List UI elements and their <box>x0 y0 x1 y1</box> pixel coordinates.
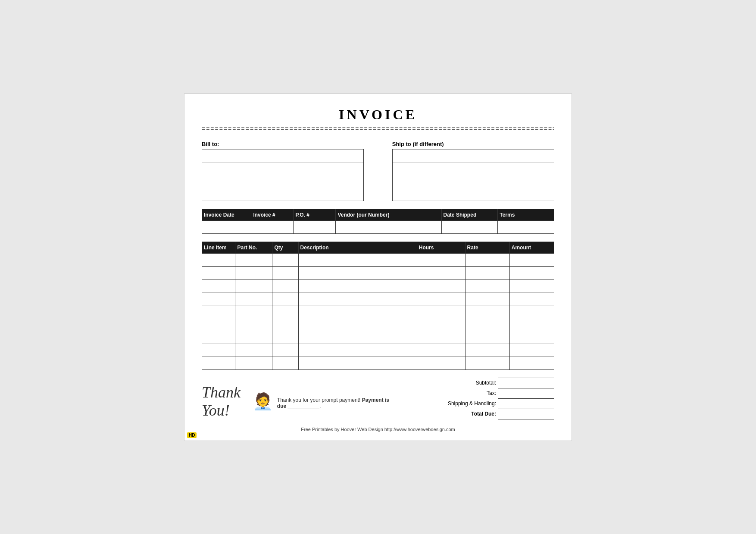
ship-to-block: Ship to (if different) <box>392 141 554 201</box>
tax-row: Tax: <box>434 388 554 398</box>
bill-to-label: Bill to: <box>202 141 364 147</box>
line-item-row <box>202 292 554 305</box>
col-part-no-header: Part No. <box>235 242 272 253</box>
line-items-table: Line Item Part No. Qty Description Hours… <box>202 242 554 370</box>
invoice-title: INVOICE <box>202 107 554 123</box>
table-row <box>392 162 554 175</box>
hd-badge: HD <box>187 432 197 438</box>
ship-to-label: Ship to (if different) <box>392 141 554 147</box>
shipping-label: Shipping & Handling: <box>434 398 498 409</box>
table-row <box>392 149 554 162</box>
info-header-row: Invoice Date Invoice # P.O. # Vendor (ou… <box>202 209 554 220</box>
line-item-row <box>202 318 554 331</box>
table-row <box>202 175 364 188</box>
line-item-row <box>202 279 554 292</box>
subtotal-value[interactable] <box>498 378 554 388</box>
table-row <box>392 188 554 201</box>
col-rate-header: Rate <box>465 242 509 253</box>
divider-equals: ========================================… <box>202 125 554 132</box>
shipping-value[interactable] <box>498 398 554 409</box>
table-row <box>202 162 364 175</box>
info-table: Invoice Date Invoice # P.O. # Vendor (ou… <box>202 209 554 234</box>
tax-value[interactable] <box>498 388 554 398</box>
col-vendor: Vendor (our Number) <box>336 209 441 220</box>
subtotal-row: Subtotal: <box>434 378 554 388</box>
line-item-row <box>202 266 554 279</box>
ship-to-table <box>392 149 554 201</box>
address-section: Bill to: Ship to (if different) <box>202 141 554 201</box>
table-row <box>202 188 364 201</box>
col-po: P.O. # <box>294 209 336 220</box>
col-invoice-date: Invoice Date <box>202 209 251 220</box>
total-due-row: Total Due: <box>434 409 554 419</box>
col-qty-header: Qty <box>272 242 298 253</box>
totals-table: Subtotal: Tax: Shipping & Handling: Tota… <box>434 378 554 419</box>
footer-section: Thank You! 🧑‍💼 Thank you for your prompt… <box>202 378 554 419</box>
line-item-row <box>202 253 554 266</box>
col-invoice-num: Invoice # <box>251 209 294 220</box>
bill-to-table <box>202 149 364 201</box>
total-due-label: Total Due: <box>434 409 498 419</box>
col-hours-header: Hours <box>417 242 465 253</box>
line-item-row <box>202 305 554 318</box>
thank-you-text: Thank You! <box>202 383 249 419</box>
info-data-row <box>202 220 554 233</box>
footer-credit: Free Printables by Hoover Web Design htt… <box>202 427 554 432</box>
table-row <box>392 175 554 188</box>
invoice-page: INVOICE ================================… <box>184 93 572 441</box>
table-row <box>202 149 364 162</box>
col-amount-header: Amount <box>509 242 554 253</box>
subtotal-label: Subtotal: <box>434 378 498 388</box>
tax-label: Tax: <box>434 388 498 398</box>
line-item-row <box>202 344 554 357</box>
bill-to-block: Bill to: <box>202 141 364 201</box>
col-terms: Terms <box>498 209 554 220</box>
col-line-item-header: Line Item <box>202 242 235 253</box>
col-date-shipped: Date Shipped <box>441 209 498 220</box>
payment-note: Thank you for your prompt payment! Payme… <box>277 397 396 409</box>
thank-you-block: Thank You! 🧑‍💼 Thank you for your prompt… <box>202 383 396 419</box>
shipping-row: Shipping & Handling: <box>434 398 554 409</box>
total-due-value[interactable] <box>498 409 554 419</box>
bottom-divider <box>202 424 554 424</box>
line-item-row <box>202 331 554 344</box>
col-description-header: Description <box>298 242 417 253</box>
line-item-row <box>202 357 554 369</box>
mascot-icon: 🧑‍💼 <box>253 392 273 411</box>
line-items-header-row: Line Item Part No. Qty Description Hours… <box>202 242 554 253</box>
